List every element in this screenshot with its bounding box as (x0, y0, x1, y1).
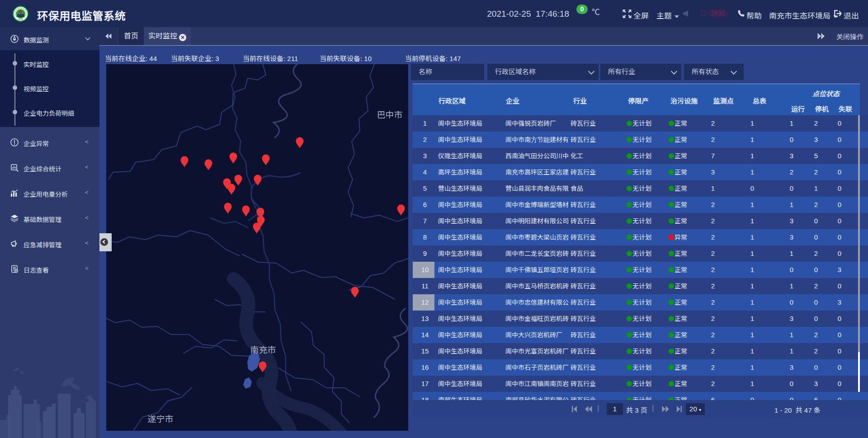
svg-text:遂宁市: 遂宁市 (147, 414, 173, 424)
svg-text:环保局: 环保局 (18, 18, 23, 20)
svg-text:巴中市: 巴中市 (377, 110, 402, 120)
svg-text:南充市: 南充市 (250, 345, 276, 355)
